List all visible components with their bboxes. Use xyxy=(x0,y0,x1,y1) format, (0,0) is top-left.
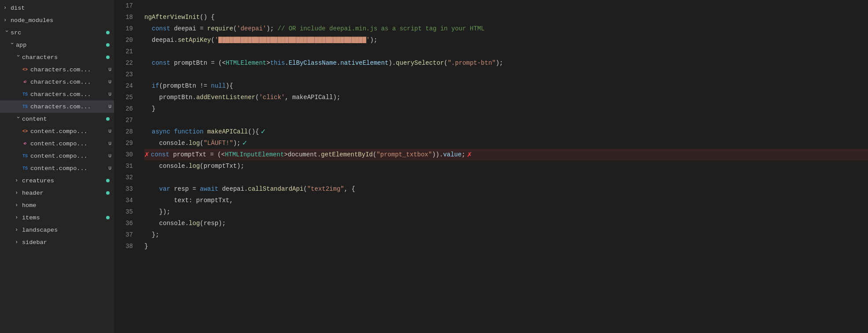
token-kw: var xyxy=(144,183,170,195)
token-str: "text2img" xyxy=(307,183,344,195)
code-line: } xyxy=(144,103,868,115)
sidebar-label: characters.com... xyxy=(30,104,107,110)
file-icon: <> xyxy=(21,67,29,72)
token-fn: ngAfterViewInit xyxy=(144,11,200,23)
sidebar-item-content[interactable]: ›content xyxy=(0,113,114,125)
token-str: 'click' xyxy=(259,92,285,103)
sidebar-item-characters[interactable]: ›characters xyxy=(0,51,114,63)
chevron-icon: › xyxy=(4,17,10,23)
line-number: 29 xyxy=(114,137,133,149)
token-pn: (promptBtn != xyxy=(159,80,211,92)
line-number: 34 xyxy=(114,195,133,206)
sidebar-label: sidebar xyxy=(22,239,114,246)
code-line: if(promptBtn != null){ xyxy=(144,80,868,92)
code-area[interactable]: ngAfterViewInit() { const deepai = requi… xyxy=(137,0,868,333)
line-number: 32 xyxy=(114,172,133,183)
sidebar-item-cont3[interactable]: TScontent.compo...U xyxy=(0,150,114,162)
sidebar-item-node_modules[interactable]: ›node_modules xyxy=(0,14,114,26)
token-pn: < xyxy=(222,57,225,69)
modified-dot xyxy=(106,43,110,47)
sidebar-item-src[interactable]: ›src xyxy=(0,26,114,39)
sidebar-item-char3[interactable]: TScharacters.com...U xyxy=(0,88,114,100)
token-pn: > xyxy=(266,57,270,69)
code-line: async function makeAPICall(){✓ xyxy=(144,126,868,137)
token-kw: await xyxy=(200,183,218,195)
token-prop: ElByClassName xyxy=(289,57,337,69)
code-line: console.log(promptTxt); xyxy=(144,160,868,172)
token-pn: ( xyxy=(373,149,376,160)
code-line: ✗const promptTxt = (<HTMLInputElement>do… xyxy=(144,149,868,160)
token-fn: require xyxy=(207,23,233,34)
line-number: 25 xyxy=(114,92,133,103)
sidebar-item-char1[interactable]: <>characters.com...U xyxy=(0,63,114,76)
code-line: var resp = await deepai.callStandardApi(… xyxy=(144,183,868,195)
code-line xyxy=(144,0,868,11)
file-explorer[interactable]: ›dist›node_modules›src›app›characters<>c… xyxy=(0,0,114,333)
token-str: "prompt_txtbox" xyxy=(376,149,432,160)
code-line: console.log("LÄUFT!");✓ xyxy=(144,137,868,149)
token-pn: (){ xyxy=(248,126,259,137)
badge-modified: U xyxy=(108,79,111,85)
token-pn: ( xyxy=(211,34,214,46)
token-fn: makeAPICall xyxy=(203,126,248,137)
token-pn: ); xyxy=(496,57,503,69)
token-str: "LÄUFT!" xyxy=(203,137,233,149)
badge-modified: U xyxy=(108,92,111,97)
token-plain: promptTxt = ( xyxy=(169,149,221,160)
sidebar-item-items[interactable]: ›items xyxy=(0,211,114,224)
sidebar-label: items xyxy=(22,215,106,221)
sidebar-item-sidebar-folder[interactable]: ›sidebar xyxy=(0,236,114,248)
token-pn: } xyxy=(144,103,155,115)
file-icon: TS xyxy=(21,104,29,109)
line-number: 26 xyxy=(114,103,133,115)
token-pn: ( xyxy=(303,183,307,195)
code-line xyxy=(144,115,868,126)
chevron-icon: › xyxy=(9,42,15,48)
sidebar-label: src xyxy=(11,30,106,36)
token-pn: , { xyxy=(344,183,355,195)
sidebar-item-landscapes[interactable]: ›landscapes xyxy=(0,224,114,236)
code-line: deepai.setApiKey('██████████████████████… xyxy=(144,34,868,46)
code-line: console.log(resp); xyxy=(144,218,868,229)
token-plain: deepai. xyxy=(144,34,178,46)
token-pn: }; xyxy=(144,229,159,240)
token-kw: const xyxy=(151,149,169,160)
token-pn: ( xyxy=(200,218,203,229)
sidebar-item-app[interactable]: ›app xyxy=(0,39,114,51)
badge-modified: U xyxy=(108,129,111,134)
sidebar-label: content.compo... xyxy=(30,141,107,147)
token-plain: promptBtn = ( xyxy=(170,57,222,69)
chevron-icon: › xyxy=(15,215,21,221)
token-mark: ✓ xyxy=(242,137,247,149)
token-plain: promptTxt xyxy=(203,160,237,172)
sidebar-item-creatures[interactable]: ›creatures xyxy=(0,174,114,187)
line-number: 27 xyxy=(114,115,133,126)
code-line xyxy=(144,46,868,57)
sidebar-item-dist[interactable]: ›dist xyxy=(0,2,114,14)
line-number: 18 xyxy=(114,11,133,23)
sidebar-item-home[interactable]: ›home xyxy=(0,199,114,211)
token-kw: function xyxy=(170,126,204,137)
token-pn: }); xyxy=(144,206,170,218)
token-pn: < xyxy=(221,149,224,160)
sidebar-item-cont2[interactable]: ꩜content.compo...U xyxy=(0,137,114,150)
sidebar-item-char2[interactable]: ꩜characters.com...U xyxy=(0,76,114,88)
sidebar-label: dist xyxy=(11,5,114,11)
modified-dot xyxy=(106,191,110,195)
line-number: 24 xyxy=(114,80,133,92)
sidebar-item-char4[interactable]: TScharacters.com...U xyxy=(0,100,114,113)
sidebar-item-header[interactable]: ›header xyxy=(0,187,114,199)
modified-dot xyxy=(106,31,110,34)
code-line: }); xyxy=(144,206,868,218)
code-line: }; xyxy=(144,229,868,240)
sidebar-item-cont4[interactable]: TScontent.compo...U xyxy=(0,162,114,174)
sidebar-item-cont1[interactable]: <>content.compo...U xyxy=(0,125,114,137)
badge-modified: U xyxy=(108,153,111,159)
code-line: const promptBtn = (<HTMLElement>this.ElB… xyxy=(144,57,868,69)
token-pn: ); xyxy=(266,23,274,34)
code-line: ngAfterViewInit() { xyxy=(144,11,868,23)
token-mark: ✓ xyxy=(261,126,265,137)
code-editor: 1718192021222324252627282930313233343536… xyxy=(114,0,868,333)
token-plain: console. xyxy=(144,160,189,172)
line-number: 37 xyxy=(114,229,133,240)
